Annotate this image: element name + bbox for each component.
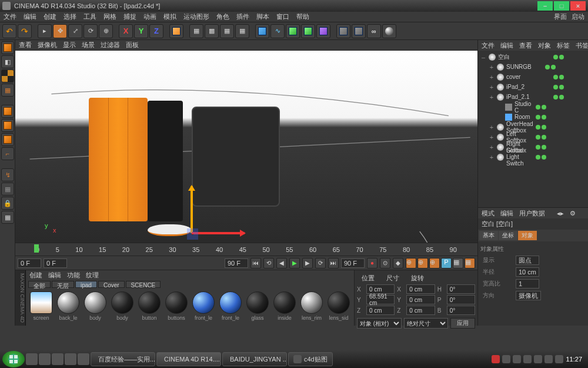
point-mode-button[interactable] [1, 105, 14, 118]
primitive-cube-button[interactable] [255, 24, 269, 38]
attr-value-field[interactable]: 摄像机 [516, 291, 541, 300]
object-row[interactable]: +RIght Softbox [479, 142, 588, 152]
object-row[interactable]: Studio C [479, 102, 588, 112]
tray-icon[interactable] [513, 355, 521, 363]
tray-icon[interactable] [502, 355, 510, 363]
menu-item[interactable]: 插件 [236, 12, 249, 21]
material-item[interactable]: glass [245, 291, 270, 323]
object-row[interactable]: +iPad_2.1 [479, 92, 588, 102]
render-settings-button[interactable]: ▦ [220, 24, 234, 38]
move-gizmo[interactable] [174, 186, 209, 243]
render-view-button[interactable]: ▦ [189, 24, 203, 38]
viewport-tab[interactable]: 显示 [63, 41, 76, 49]
material-item[interactable]: front_le [191, 291, 216, 323]
taskbar-button[interactable]: c4d贴图 [288, 352, 333, 366]
material-item[interactable]: back_le [55, 291, 81, 323]
mat-tab[interactable]: 纹理 [86, 271, 99, 280]
mat-category[interactable]: Cover [98, 281, 125, 288]
object-row[interactable]: Room [479, 112, 588, 122]
material-item[interactable]: button [136, 291, 162, 323]
material-item[interactable]: inside [272, 291, 298, 323]
locked-workplane-button[interactable]: ▦ [1, 211, 14, 224]
object-row[interactable]: –空白 [479, 52, 588, 62]
gizmo-y-axis[interactable] [191, 186, 193, 233]
menu-item[interactable]: 模拟 [163, 12, 176, 21]
key-rot-button[interactable]: ⊕ [429, 258, 440, 268]
menu-item[interactable]: 界面 [554, 12, 567, 21]
viewport-tab[interactable]: 面板 [126, 41, 139, 49]
coord-field[interactable]: 0 cm [366, 284, 395, 294]
undo-button[interactable]: ↶ [2, 24, 16, 38]
menu-item[interactable]: 创建 [44, 12, 56, 21]
expand-icon[interactable]: + [489, 64, 495, 71]
quick-launch-icon[interactable] [39, 353, 51, 365]
tray-icon[interactable] [555, 355, 563, 363]
viewport-tab[interactable]: 摄像机 [38, 41, 57, 49]
size-mode-select[interactable]: 绝对尺寸 [404, 318, 449, 329]
environment-button[interactable] [316, 24, 330, 38]
menu-item[interactable]: 角色 [216, 12, 229, 21]
end-frame-field[interactable]: 90 F [225, 258, 248, 268]
play-button[interactable]: ▶ [289, 258, 300, 268]
coord-field[interactable]: 0 cm [406, 295, 435, 304]
attr-subtab[interactable]: 对象 [518, 231, 537, 240]
menu-item[interactable]: 启动 [572, 12, 584, 21]
viewport-tab[interactable]: 过滤器 [101, 41, 120, 49]
select-tool[interactable]: ▸ [38, 24, 52, 38]
object-row[interactable]: +cover [479, 72, 588, 82]
quick-launch-icon[interactable] [78, 353, 89, 365]
mat-tab[interactable]: 功能 [67, 271, 80, 280]
quick-launch-icon[interactable] [26, 353, 38, 365]
tray-icon[interactable] [492, 355, 500, 363]
redo-button[interactable]: ↷ [18, 24, 32, 38]
obj-tab[interactable]: 书签 [576, 41, 588, 50]
gizmo-z-axis[interactable] [192, 233, 193, 235]
material-item[interactable]: screen [28, 291, 54, 323]
obj-tab[interactable]: 对象 [538, 41, 551, 50]
object-row[interactable]: +OverHead Softbox [479, 122, 588, 132]
material-item[interactable]: body [109, 291, 135, 323]
camera-button[interactable] [336, 24, 350, 38]
tray-icon[interactable] [523, 355, 532, 363]
menu-item[interactable]: 帮助 [296, 12, 309, 21]
expand-icon[interactable]: – [480, 54, 486, 61]
object-tree[interactable]: –空白+SUNRGB+cover+iPad_2+iPad_2.1Studio C… [478, 51, 588, 207]
deformer-button[interactable] [301, 24, 315, 38]
bulb-icon[interactable] [382, 24, 396, 38]
key-pla-button[interactable]: ▦ [453, 258, 463, 268]
mat-category[interactable]: SCENCE [126, 281, 161, 288]
coord-system-button[interactable] [169, 24, 183, 38]
timeline[interactable]: 051015202530354045505560657075808590 [15, 243, 477, 256]
coord-field[interactable]: 0 cm [406, 284, 435, 294]
material-item[interactable]: lens_rim [299, 291, 325, 323]
maximize-button[interactable]: □ [554, 1, 569, 11]
coord-field[interactable]: 0° [447, 295, 475, 304]
menu-item[interactable]: 工具 [83, 12, 96, 21]
obj-tab[interactable]: 查看 [519, 41, 532, 50]
expand-icon[interactable]: + [489, 84, 495, 91]
tray-icon[interactable] [544, 355, 553, 363]
attr-nav-icon[interactable]: ◂▸ [557, 210, 564, 217]
obj-tab[interactable]: 文件 [482, 41, 495, 50]
key-param-button[interactable]: P [441, 258, 452, 268]
viewport-tab[interactable]: 查看 [19, 41, 32, 49]
start-frame-field[interactable]: 0 F [18, 258, 41, 268]
next-frame-button[interactable]: ▶ [302, 258, 313, 268]
key-pos-button[interactable]: ⊕ [406, 258, 416, 268]
menu-item[interactable]: 脚本 [256, 12, 269, 21]
render-region-button[interactable]: ▩ [205, 24, 219, 38]
menu-item[interactable]: 网格 [103, 12, 116, 21]
goto-end-button[interactable]: ⏭ [328, 258, 339, 268]
record-button[interactable]: ● [367, 258, 377, 268]
attr-subtab[interactable]: 基本 [479, 231, 498, 240]
attr-tab[interactable]: 模式 [482, 209, 495, 218]
scale-tool[interactable]: ⤢ [68, 24, 82, 38]
attr-tab[interactable]: 用户数据 [519, 209, 545, 218]
object-row[interactable]: +Left Softbox [479, 132, 588, 142]
coord-field[interactable]: 0° [447, 306, 475, 315]
y-axis-button[interactable]: Y [134, 24, 148, 38]
picture-viewer-button[interactable]: ▦ [235, 24, 249, 38]
coord-mode-select[interactable]: 对象 (相对) [357, 318, 402, 329]
end-frame-field-2[interactable]: 90 F [341, 258, 365, 268]
taskbar-button[interactable]: CINEMA 4D R14.... [156, 352, 221, 366]
